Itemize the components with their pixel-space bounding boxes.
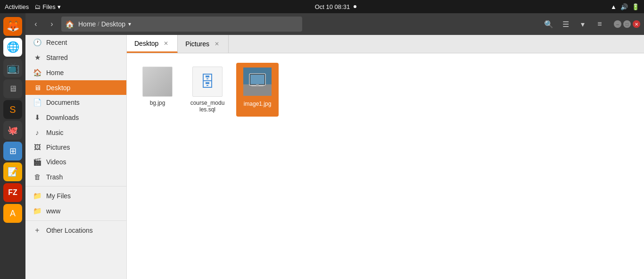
sidebar-item-trash-label: Trash — [46, 173, 63, 181]
starred-icon: ★ — [33, 53, 41, 62]
dock-appstore[interactable]: A — [3, 204, 22, 223]
add-location-icon: + — [33, 226, 41, 235]
trash-icon: 🗑 — [33, 173, 41, 181]
close-button[interactable]: ✕ — [633, 20, 640, 28]
notification-dot — [354, 5, 356, 8]
sidebar-item-downloads-label: Downloads — [46, 114, 79, 121]
sidebar-item-www-label: www — [46, 207, 60, 215]
dock-grid-app[interactable]: ⊞ — [3, 142, 22, 161]
sidebar-item-music[interactable]: ♪ Music — [25, 125, 126, 140]
sql-thumbnail: 🗄 — [192, 67, 223, 97]
folder-icon: 🗂 — [34, 3, 41, 10]
wifi-icon: ▲ — [611, 3, 617, 10]
maximize-button[interactable]: □ — [623, 20, 631, 28]
files-menu-dropdown-icon: ▾ — [58, 3, 61, 10]
tabs-bar: Desktop ✕ Pictures ✕ — [127, 35, 644, 53]
bg-jpg-thumbnail — [142, 67, 173, 97]
sidebar-item-music-label: Music — [46, 129, 64, 136]
sidebar-item-other-locations[interactable]: + Other Locations — [25, 223, 126, 238]
sidebar-item-pictures[interactable]: 🖼 Pictures — [25, 140, 126, 154]
header-bar: ‹ › 🏠 Home / Desktop ▾ 🔍 ☰ ▾ ≡ – □ ✕ — [25, 13, 644, 35]
battery-icon: 🔋 — [632, 3, 639, 10]
system-bar: Activities 🗂 Files ▾ Oct 10 08:31 ▲ 🔊 🔋 — [0, 0, 644, 13]
sidebar-item-pictures-label: Pictures — [46, 144, 70, 151]
activities-button[interactable]: Activities — [5, 3, 29, 10]
sidebar-item-my-files[interactable]: 📁 My Files — [25, 188, 126, 203]
minimize-button[interactable]: – — [614, 20, 621, 28]
sidebar-item-my-files-label: My Files — [46, 192, 71, 200]
sidebar-item-documents[interactable]: 📄 Documents — [25, 95, 126, 110]
sidebar-divider-1 — [25, 186, 126, 186]
tab-pictures-close[interactable]: ✕ — [213, 40, 221, 48]
dock-desktop-app[interactable]: 🖥 — [3, 79, 22, 98]
sidebar-item-home[interactable]: 🏠 Home — [25, 65, 126, 80]
dock-sublime[interactable]: S — [3, 100, 22, 119]
file-item-course-modules-sql[interactable]: 🗄 course_modules.sql — [186, 63, 229, 117]
documents-icon: 📄 — [33, 98, 41, 107]
file-item-bg-jpg[interactable]: bg.jpg — [136, 63, 179, 117]
file-grid: bg.jpg 🗄 course_modules.sql — [127, 53, 644, 279]
dock-chrome[interactable]: 🌐 — [3, 38, 22, 57]
sidebar-item-downloads[interactable]: ⬇ Downloads — [25, 110, 126, 125]
tab-desktop[interactable]: Desktop ✕ — [127, 35, 178, 53]
file-item-image1-jpg[interactable]: image1.jpg — [236, 63, 279, 117]
svg-rect-5 — [256, 85, 259, 86]
sidebar-item-starred-label: Starred — [46, 54, 68, 61]
svg-rect-3 — [250, 75, 264, 85]
dock-notes[interactable]: 📝 — [3, 162, 22, 181]
datetime: Oct 10 08:31 — [315, 3, 350, 10]
sidebar-item-documents-label: Documents — [46, 99, 80, 106]
sidebar-divider-2 — [25, 220, 126, 221]
sidebar-item-other-locations-label: Other Locations — [46, 227, 93, 234]
search-button[interactable]: 🔍 — [541, 17, 556, 32]
back-button[interactable]: ‹ — [29, 17, 42, 31]
breadcrumb-desktop[interactable]: Desktop — [101, 20, 125, 28]
list-view-dropdown[interactable]: ▾ — [575, 17, 590, 32]
window-controls: – □ ✕ — [614, 20, 640, 28]
forward-button[interactable]: › — [45, 17, 58, 31]
bg-jpg-name: bg.jpg — [150, 100, 165, 106]
dock-tv[interactable]: 📺 — [3, 59, 22, 77]
content-area: 🕐 Recent ★ Starred 🏠 Home 🖥 Desktop 📄 Do… — [25, 35, 644, 279]
sidebar-item-videos-label: Videos — [46, 158, 66, 166]
sidebar-item-trash[interactable]: 🗑 Trash — [25, 169, 126, 184]
sidebar-item-videos[interactable]: 🎬 Videos — [25, 154, 126, 169]
sidebar-item-recent-label: Recent — [46, 39, 67, 46]
dock-octave[interactable]: 🐙 — [3, 121, 22, 140]
recent-icon: 🕐 — [33, 38, 41, 47]
tab-pictures[interactable]: Pictures ✕ — [178, 35, 229, 53]
tab-desktop-close[interactable]: ✕ — [162, 40, 170, 47]
home-nav-icon: 🏠 — [33, 68, 41, 77]
files-menu[interactable]: 🗂 Files ▾ — [34, 3, 60, 10]
course-modules-sql-name: course_modules.sql — [190, 100, 225, 113]
tab-desktop-label: Desktop — [134, 40, 158, 47]
location-dropdown-icon[interactable]: ▾ — [128, 21, 131, 27]
videos-icon: 🎬 — [33, 158, 41, 166]
my-files-icon: 📁 — [33, 192, 41, 200]
sql-file-icon: 🗄 — [200, 73, 215, 91]
sidebar-item-home-label: Home — [46, 69, 64, 76]
list-view-button[interactable]: ☰ — [558, 17, 573, 32]
sidebar-item-desktop[interactable]: 🖥 Desktop — [25, 80, 126, 95]
sidebar-item-desktop-label: Desktop — [46, 84, 70, 92]
pictures-icon: 🖼 — [33, 143, 41, 151]
tab-pictures-label: Pictures — [185, 40, 209, 48]
sidebar: 🕐 Recent ★ Starred 🏠 Home 🖥 Desktop 📄 Do… — [25, 35, 127, 279]
volume-icon: 🔊 — [620, 3, 628, 10]
breadcrumb-bar: 🏠 Home / Desktop ▾ — [61, 17, 302, 32]
dock-firefox[interactable]: 🦊 — [3, 17, 22, 36]
sidebar-item-www[interactable]: 📁 www — [25, 203, 126, 219]
desktop-nav-icon: 🖥 — [33, 84, 41, 92]
sidebar-item-recent[interactable]: 🕐 Recent — [25, 35, 126, 50]
main-panel: Desktop ✕ Pictures ✕ bg.jpg — [127, 35, 644, 279]
www-icon: 📁 — [33, 207, 41, 215]
dock: 🦊 🌐 📺 🖥 S 🐙 ⊞ 📝 FZ A — [0, 13, 25, 279]
image1-svg — [243, 67, 272, 97]
header-actions: 🔍 ☰ ▾ ≡ — [541, 17, 607, 32]
image1-thumbnail — [242, 67, 272, 97]
breadcrumb-home[interactable]: Home — [78, 20, 96, 28]
sidebar-item-starred[interactable]: ★ Starred — [25, 50, 126, 65]
files-menu-label: Files — [42, 3, 55, 10]
menu-button[interactable]: ≡ — [592, 17, 607, 32]
dock-filezilla[interactable]: FZ — [3, 183, 22, 202]
